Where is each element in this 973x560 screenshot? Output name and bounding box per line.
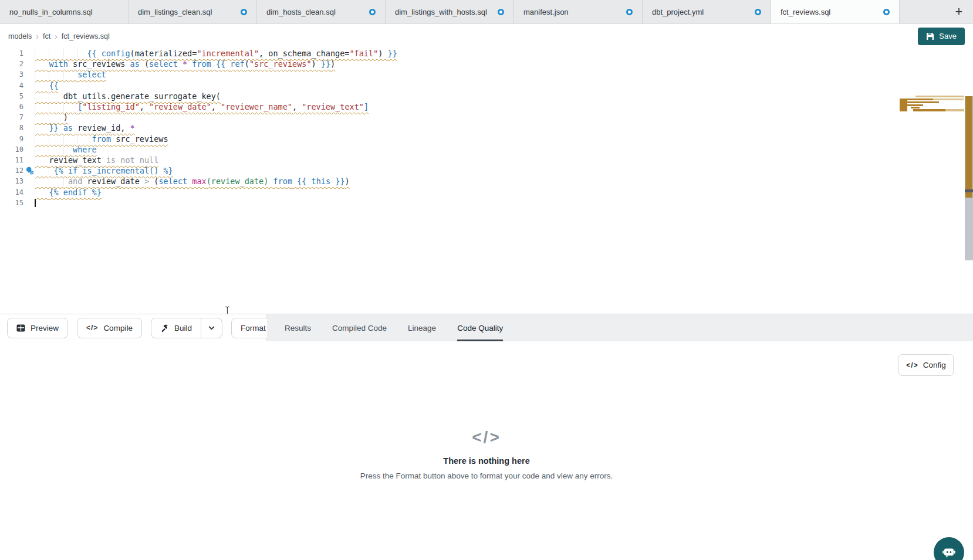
code-token: "incremental" — [197, 49, 259, 58]
file-tab-label: dim_listings_with_hosts.sql — [395, 8, 487, 16]
line-number: 4 — [0, 82, 23, 90]
code-text: ["listing_id", "review_date", "reviewer_… — [35, 102, 369, 111]
robot-chat-icon — [941, 545, 957, 560]
file-tab-manifest-json[interactable]: manifest.json — [514, 0, 643, 23]
chevron-right-icon: › — [36, 32, 39, 41]
build-options-dropdown[interactable] — [201, 318, 222, 338]
code-token: "review_text" — [302, 102, 364, 111]
code-token: * — [183, 59, 187, 69]
minimap-line — [915, 96, 964, 97]
minimap-line — [907, 101, 939, 103]
code-line[interactable]: 9 from src_reviews — [0, 134, 973, 144]
code-line[interactable]: 14 {% endif %} — [0, 186, 973, 197]
code-line[interactable]: 13 and review_date > (select max(review_… — [0, 176, 973, 186]
code-token: ) — [330, 59, 335, 69]
editor-scrollbar-track[interactable] — [965, 96, 973, 260]
code-token: src_reviews — [68, 59, 130, 69]
code-text: {% endif %} — [35, 188, 102, 197]
indent-guides — [35, 177, 68, 186]
code-token: "fail" — [349, 49, 378, 58]
code-token: * — [130, 123, 135, 133]
file-tab-label: dim_listings_clean.sql — [138, 8, 212, 16]
breadcrumb-item-fct-reviews-sql[interactable]: fct_reviews.sql — [62, 32, 110, 40]
code-line[interactable]: 15 — [0, 198, 973, 208]
code-line[interactable]: 7 ) — [0, 112, 973, 123]
code-line[interactable]: 6 ["listing_id", "review_date", "reviewe… — [0, 101, 973, 112]
new-tab-button[interactable]: + — [945, 0, 973, 23]
code-token: }} — [388, 49, 397, 58]
code-text: select — [35, 70, 106, 79]
file-tab-dim-hosts-clean-sql[interactable]: dim_hosts_clean.sql — [257, 0, 386, 23]
breadcrumb-item-models[interactable]: models — [8, 32, 32, 40]
code-line[interactable]: 11 review_text is not null — [0, 155, 973, 165]
code-token — [59, 123, 63, 133]
text-cursor — [35, 199, 36, 207]
code-line[interactable]: 8 }} as review_id, * — [0, 123, 973, 133]
code-line[interactable]: 4 {{ — [0, 80, 973, 91]
code-slash-icon: </> — [0, 428, 973, 447]
indent-guides — [35, 49, 87, 58]
code-token: is not null — [106, 155, 158, 165]
code-text: dbt_utils.generate_surrogate_key( — [35, 91, 221, 101]
breadcrumb-item-fct[interactable]: fct — [43, 32, 50, 40]
scrollbar-position-mark — [965, 189, 973, 192]
compile-button[interactable]: </> Compile — [77, 318, 142, 338]
file-tab-dim-listings-with-hosts-sql[interactable]: dim_listings_with_hosts.sql — [386, 0, 514, 23]
code-token: with — [49, 59, 68, 69]
save-button[interactable]: Save — [918, 28, 965, 45]
empty-state: </> There is nothing here Press the Form… — [0, 428, 973, 480]
code-token: {{ — [216, 59, 230, 69]
code-token: ( — [245, 59, 249, 69]
code-token: max — [192, 177, 206, 186]
file-tabs-container: no_nulls_in_columns.sqldim_listings_clea… — [0, 0, 900, 23]
preview-button[interactable]: Preview — [7, 318, 68, 338]
code-text: }} as review_id, * — [35, 123, 135, 133]
config-button[interactable]: </> Config — [898, 354, 954, 376]
indent-guides — [35, 102, 77, 111]
file-tab-fct-reviews-sql[interactable]: fct_reviews.sql — [771, 0, 900, 23]
code-line[interactable]: 5 dbt_utils.generate_surrogate_key( — [0, 91, 973, 101]
panel-tabs: ResultsCompiled CodeLineageCode Quality — [285, 314, 503, 341]
file-tab-dim-listings-clean-sql[interactable]: dim_listings_clean.sql — [129, 0, 257, 23]
file-tab-dbt-project-yml[interactable]: dbt_project.yml — [643, 0, 771, 23]
file-tab-label: dbt_project.yml — [652, 8, 704, 16]
code-line[interactable]: 1 {{ config(materialized="incremental", … — [0, 48, 973, 59]
line-number: 5 — [0, 92, 23, 100]
code-token — [268, 177, 273, 186]
build-split-button: Build — [151, 318, 222, 338]
panel-tab-results[interactable]: Results — [285, 314, 311, 341]
unsaved-indicator-dot — [883, 9, 890, 15]
code-token: }} — [49, 123, 58, 133]
table-grid-icon — [16, 324, 25, 332]
indent-guides — [35, 70, 77, 79]
minimap-line — [913, 109, 945, 111]
minimap-line — [911, 107, 920, 108]
panel-tab-code-quality[interactable]: Code Quality — [457, 314, 503, 341]
line-number: 3 — [0, 70, 23, 79]
quick-fix-icon[interactable] — [26, 167, 34, 175]
code-text: review_text is not null — [35, 155, 158, 165]
panel-tab-lineage[interactable]: Lineage — [408, 314, 436, 341]
code-token: from — [92, 134, 112, 144]
code-token: }} — [321, 59, 330, 69]
code-editor[interactable]: 1 {{ config(materialized="incremental", … — [0, 48, 973, 314]
code-line[interactable]: 12 {% if is_incremental() %} — [0, 165, 973, 176]
code-text: from src_reviews — [35, 134, 168, 144]
minimap-line — [907, 104, 923, 106]
code-line[interactable]: 3 select — [0, 69, 973, 80]
indent-guides — [35, 59, 49, 69]
code-token: , — [211, 102, 221, 111]
breadcrumb-bar: models›fct›fct_reviews.sql Save — [0, 24, 973, 48]
format-button-label: Format — [241, 324, 266, 332]
editor-scrollbar-thumb[interactable] — [965, 96, 972, 198]
build-button[interactable]: Build — [151, 318, 201, 338]
code-line[interactable]: 10 where — [0, 144, 973, 155]
panel-tab-compiled-code[interactable]: Compiled Code — [332, 314, 387, 341]
indent-guides — [35, 91, 63, 101]
code-token: {{ — [87, 49, 101, 58]
code-line[interactable]: 2 with src_reviews as (select * from {{ … — [0, 59, 973, 69]
file-tab-no-nulls-in-columns-sql[interactable]: no_nulls_in_columns.sql — [0, 0, 129, 23]
compile-button-label: Compile — [103, 324, 133, 332]
indent-guides — [35, 145, 73, 154]
indent-guides — [35, 134, 92, 144]
